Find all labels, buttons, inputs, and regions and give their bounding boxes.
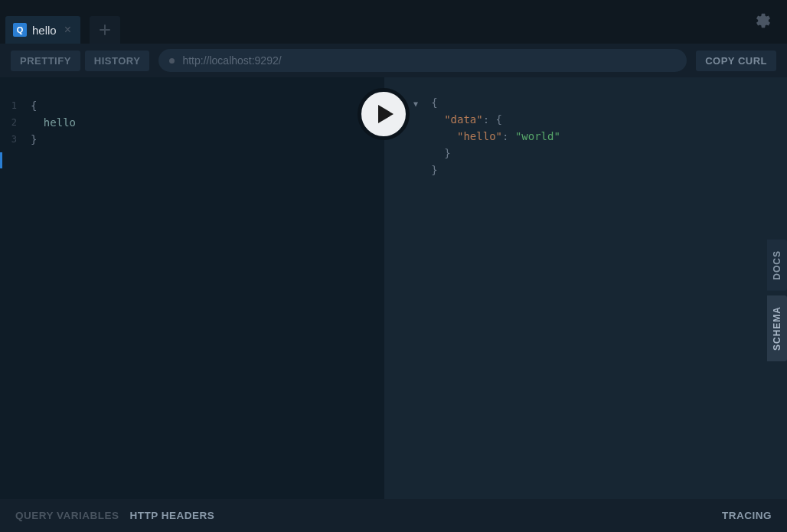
line-number: 2 xyxy=(0,114,17,131)
colon: : xyxy=(483,113,489,126)
docs-tab[interactable]: DOCS xyxy=(767,240,787,291)
tab-bar: Q hello × xyxy=(0,0,787,44)
brace: } xyxy=(444,147,450,159)
copy-curl-button[interactable]: COPY CURL xyxy=(696,51,776,71)
schema-tab[interactable]: SCHEMA xyxy=(767,295,787,361)
query-type-icon: Q xyxy=(13,23,27,37)
bottom-bar: QUERY VARIABLES HTTP HEADERS TRACING xyxy=(0,499,787,532)
toolbar: PRETTIFY HISTORY COPY CURL xyxy=(0,44,787,77)
brace: { xyxy=(31,100,37,112)
line-gutter: 1 2 3 xyxy=(0,97,23,148)
colon: : xyxy=(502,130,508,142)
tab-label: hello xyxy=(32,24,57,37)
cursor-indicator xyxy=(0,152,2,168)
field-name: hello xyxy=(44,116,76,129)
side-panel-tabs: DOCS SCHEMA xyxy=(767,240,787,361)
prettify-button[interactable]: PRETTIFY xyxy=(11,51,80,71)
execute-button[interactable] xyxy=(358,88,410,140)
brace: } xyxy=(31,133,37,145)
close-icon[interactable]: × xyxy=(63,23,73,37)
code-content: { hello } xyxy=(0,77,384,148)
tracing-tab[interactable]: TRACING xyxy=(722,510,772,521)
url-bar xyxy=(158,49,687,72)
brace: } xyxy=(431,164,437,176)
json-string: "world" xyxy=(515,130,560,142)
play-icon xyxy=(378,105,394,123)
gear-icon xyxy=(755,12,772,29)
query-editor[interactable]: 1 2 3 { hello } xyxy=(0,77,384,499)
brace: { xyxy=(496,113,502,126)
settings-button[interactable] xyxy=(755,12,772,32)
query-variables-tab[interactable]: QUERY VARIABLES xyxy=(15,510,119,521)
tab-hello[interactable]: Q hello × xyxy=(5,16,80,44)
json-key: "hello" xyxy=(457,130,502,142)
fold-toggle-icon[interactable]: ▼ xyxy=(413,96,418,113)
connection-status-icon xyxy=(169,58,175,64)
history-button[interactable]: HISTORY xyxy=(85,51,150,71)
line-number: 3 xyxy=(0,131,17,148)
line-number: 1 xyxy=(0,97,17,114)
plus-icon xyxy=(98,23,112,37)
json-key: "data" xyxy=(444,113,483,126)
url-input[interactable] xyxy=(182,54,676,67)
brace: { xyxy=(431,96,437,109)
http-headers-tab[interactable]: HTTP HEADERS xyxy=(130,510,215,521)
result-pane[interactable]: ▼ { "data": { "hello": "world" } } xyxy=(384,77,787,499)
main-area: 1 2 3 { hello } ▼ { "data": { "hello": "… xyxy=(0,77,787,499)
add-tab-button[interactable] xyxy=(90,16,120,44)
